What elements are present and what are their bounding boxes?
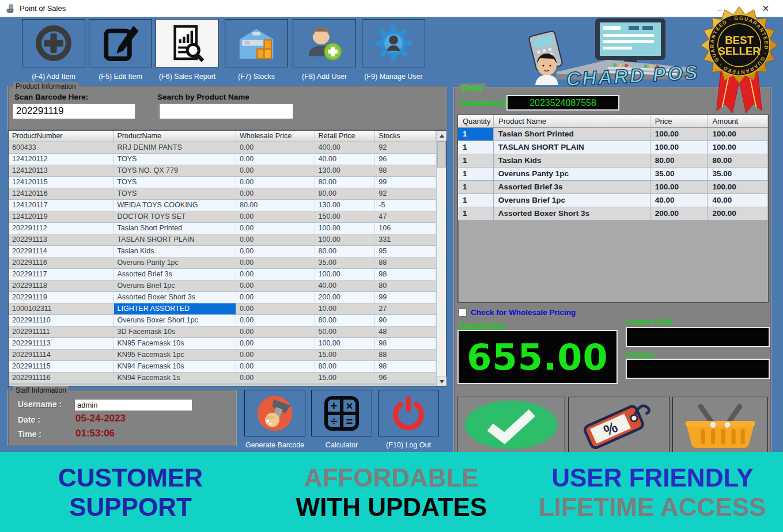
- table-cell[interactable]: 96: [375, 154, 436, 165]
- table-cell[interactable]: -5: [375, 200, 436, 211]
- table-cell[interactable]: 98: [375, 165, 436, 177]
- table-row[interactable]: 2022911113KN95 Facemask 10s0.00100.0098: [9, 338, 436, 349]
- table-cell[interactable]: Overuns Boxer Short 1pc: [114, 315, 236, 326]
- table-cell[interactable]: 99: [375, 177, 436, 188]
- table-cell[interactable]: Overuns Brief 1pc: [494, 194, 650, 207]
- table-cell[interactable]: 0.00: [236, 280, 315, 292]
- amount-paid-display[interactable]: [626, 327, 770, 347]
- table-cell[interactable]: 0.00: [236, 373, 315, 384]
- table-cell[interactable]: TOYS: [114, 154, 236, 165]
- table-cell[interactable]: 1: [458, 194, 494, 207]
- table-cell[interactable]: 100.00: [708, 141, 768, 154]
- table-cell[interactable]: 88: [375, 257, 436, 269]
- table-row[interactable]: 1TASLAN SHORT PLAIN100.00100.00: [458, 141, 768, 154]
- table-cell[interactable]: 40.00: [315, 154, 376, 165]
- table-cell[interactable]: 2022911110: [9, 315, 114, 326]
- table-cell[interactable]: 80.00: [236, 200, 315, 211]
- table-cell[interactable]: 88: [375, 349, 436, 361]
- table-cell[interactable]: 0.00: [236, 234, 315, 246]
- table-row[interactable]: 600433RRJ DENIM PANTS0.00400.0092: [9, 142, 436, 154]
- table-cell[interactable]: 80.00: [315, 246, 376, 257]
- table-cell[interactable]: 1: [458, 128, 494, 141]
- table-cell[interactable]: 130.00: [315, 200, 376, 211]
- table-row[interactable]: 1Overuns Panty 1pc35.0035.00: [458, 168, 768, 181]
- table-cell[interactable]: 35.00: [708, 168, 768, 181]
- table-row[interactable]: 124120112TOYS0.0040.0096: [9, 154, 436, 165]
- complete-order-button[interactable]: [457, 397, 565, 453]
- search-product-input[interactable]: [158, 103, 293, 119]
- table-cell[interactable]: 15.00: [315, 373, 376, 384]
- table-cell[interactable]: 150.00: [315, 211, 376, 223]
- table-cell[interactable]: 95: [375, 246, 436, 257]
- table-cell[interactable]: TOYS: [114, 177, 236, 188]
- table-cell[interactable]: WEIDA TOYS COOKING: [114, 200, 236, 211]
- table-cell[interactable]: 10.00: [315, 303, 376, 315]
- table-cell[interactable]: 202291117: [9, 269, 114, 280]
- table-cell[interactable]: 1: [458, 154, 494, 168]
- table-row[interactable]: 124120119DOCTOR TOYS SET0.00150.0047: [9, 211, 436, 223]
- table-cell[interactable]: 0.00: [236, 211, 315, 223]
- product-table-scrollbar[interactable]: [436, 131, 446, 386]
- table-cell[interactable]: 2022911114: [9, 349, 114, 361]
- scroll-down-icon[interactable]: [437, 377, 447, 386]
- table-cell[interactable]: Overuns Panty 1pc: [494, 168, 650, 181]
- generate-barcode-button[interactable]: [244, 390, 305, 436]
- table-cell[interactable]: 0.00: [236, 349, 315, 361]
- table-cell[interactable]: KN94 Facemask 10s: [114, 361, 236, 373]
- table-row[interactable]: 2022911115KN94 Facemask 10s0.0080.0098: [9, 361, 436, 373]
- table-cell[interactable]: 100.00: [650, 141, 708, 154]
- table-cell[interactable]: 100.00: [315, 269, 376, 280]
- table-cell[interactable]: 0.00: [236, 269, 315, 280]
- table-cell[interactable]: 0.00: [236, 292, 315, 303]
- table-cell[interactable]: 1: [458, 181, 494, 194]
- table-cell[interactable]: 40.00: [650, 194, 708, 207]
- add-user-button[interactable]: [293, 19, 356, 67]
- table-row[interactable]: 202291114Taslan Kids0.0080.0095: [9, 246, 436, 257]
- table-cell[interactable]: 130.00: [315, 165, 376, 177]
- clear-basket-button[interactable]: [672, 397, 768, 453]
- table-cell[interactable]: 80.00: [315, 361, 376, 373]
- calculator-button[interactable]: + × ÷ =: [311, 390, 372, 436]
- table-cell[interactable]: 331: [375, 234, 436, 246]
- table-cell[interactable]: 100.00: [708, 128, 768, 141]
- table-row[interactable]: 1Overuns Brief 1pc40.0040.00: [458, 194, 768, 207]
- table-cell[interactable]: 1: [458, 207, 494, 221]
- table-cell[interactable]: 124120115: [9, 177, 114, 188]
- table-cell[interactable]: 90: [375, 315, 436, 326]
- table-row[interactable]: 202291113TASLAN SHORT PLAIN0.00100.00331: [9, 234, 436, 246]
- username-input[interactable]: [74, 399, 192, 411]
- table-row[interactable]: 124120117WEIDA TOYS COOKING80.00130.00-5: [9, 200, 436, 211]
- table-cell[interactable]: DOCTOR TOYS SET: [114, 211, 236, 223]
- table-cell[interactable]: 35.00: [315, 257, 376, 269]
- table-cell[interactable]: Assorted Brief 3s: [494, 181, 650, 194]
- table-cell[interactable]: 80.00: [315, 177, 376, 188]
- col-stocks[interactable]: Stocks: [375, 131, 436, 142]
- table-cell[interactable]: 0.00: [236, 303, 315, 315]
- table-cell[interactable]: 98: [375, 361, 436, 373]
- table-cell[interactable]: RRJ DENIM PANTS: [114, 142, 236, 154]
- add-item-button[interactable]: [22, 19, 85, 67]
- table-cell[interactable]: 80.00: [708, 154, 768, 168]
- table-cell[interactable]: 3D Facemask 10s: [114, 326, 236, 338]
- table-cell[interactable]: 35.00: [650, 168, 708, 181]
- table-cell[interactable]: 106: [375, 223, 436, 234]
- table-cell[interactable]: 0.00: [236, 223, 315, 234]
- table-cell[interactable]: 50.00: [315, 326, 376, 338]
- table-cell[interactable]: 2022911113: [9, 338, 114, 349]
- col-product-name[interactable]: ProductName: [114, 131, 236, 142]
- table-cell[interactable]: 92: [375, 142, 436, 154]
- table-cell[interactable]: 47: [375, 211, 436, 223]
- table-cell[interactable]: 1000102311: [9, 303, 114, 315]
- table-cell[interactable]: Assorted Brief 3s: [114, 269, 236, 280]
- table-cell[interactable]: 80.00: [650, 154, 708, 168]
- table-cell[interactable]: 0.00: [236, 257, 315, 269]
- table-cell[interactable]: 92: [375, 188, 436, 200]
- col-order-product-name[interactable]: Product Name: [494, 115, 650, 127]
- scan-barcode-input[interactable]: [12, 103, 135, 119]
- table-row[interactable]: 2022911114KN95 Facemask 1pc0.0015.0088: [9, 349, 436, 361]
- table-cell[interactable]: 0.00: [236, 165, 315, 177]
- table-cell[interactable]: 100.00: [315, 338, 376, 349]
- table-cell[interactable]: 100.00: [650, 181, 708, 194]
- table-cell[interactable]: 400.00: [315, 142, 376, 154]
- table-cell[interactable]: 202291113: [9, 234, 114, 246]
